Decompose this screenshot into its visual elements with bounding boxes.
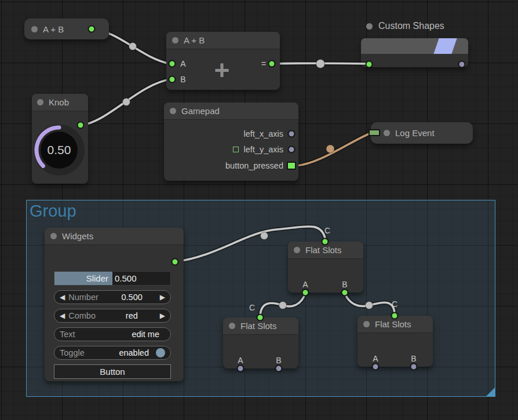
output-slot-b[interactable] [341, 289, 349, 297]
output-label-left-y-axis: left_y_axis [243, 145, 283, 154]
node-widgets[interactable]: Widgets Slider 0.500 ◀ Number 0.500 ▶ ◀ … [45, 228, 184, 381]
output-slot-b[interactable] [275, 365, 283, 372]
node-knob[interactable]: Knob 0.50 [32, 94, 88, 184]
output-label: = [261, 59, 266, 68]
output-slot-button-pressed[interactable] [287, 162, 296, 170]
input-slot[interactable] [366, 61, 373, 68]
node-title: Flat Slots [240, 321, 277, 331]
node-title: A + B [43, 24, 64, 34]
input-slot-b[interactable] [169, 76, 176, 83]
slider-value: 0.500 [115, 272, 137, 285]
number-widget[interactable]: ◀ Number 0.500 ▶ [54, 290, 171, 304]
node-title: Custom Shapes [378, 21, 444, 31]
wire-knob-to-add-b[interactable] [81, 79, 170, 125]
node-gamepad[interactable]: Gamepad left_x_axis left_y_axis button_p… [164, 103, 298, 181]
collapse-dot-icon[interactable] [50, 233, 57, 239]
arrow-right-icon[interactable]: ▶ [160, 293, 165, 301]
toggle-value: enabled [119, 348, 149, 357]
collapse-dot-icon[interactable] [172, 37, 178, 43]
output-slot-a[interactable] [302, 289, 309, 297]
collapse-dot-icon[interactable] [170, 108, 176, 114]
arrow-left-icon[interactable]: ◀ [60, 293, 65, 301]
input-label-c: C [249, 303, 255, 312]
collapse-dot-icon[interactable] [366, 23, 373, 30]
collapse-dot-icon[interactable] [37, 99, 43, 105]
knob-widget[interactable]: 0.50 [33, 124, 85, 176]
slider-label: Slider [86, 273, 108, 283]
input-label-b: B [180, 75, 185, 84]
toggle-widget[interactable]: Toggle enabled [54, 346, 171, 360]
node-title: Widgets [62, 231, 93, 241]
text-label: Text [60, 330, 75, 339]
button-widget[interactable]: Button [54, 364, 171, 379]
output-label-b: B [276, 356, 281, 365]
node-editor-canvas[interactable]: Group [0, 0, 518, 420]
node-title: A + B [184, 35, 205, 45]
output-slot[interactable] [77, 122, 85, 129]
output-label-left-x-axis: left_x_axis [243, 129, 283, 138]
output-label-button-pressed: button_pressed [225, 161, 283, 170]
button-label: Button [100, 367, 125, 377]
node-title: Knob [49, 97, 69, 107]
combo-label: Combo [68, 311, 96, 320]
input-slot-c[interactable] [257, 314, 264, 322]
output-slot[interactable] [458, 61, 466, 68]
combo-value: red [126, 311, 138, 320]
output-slot-a[interactable] [372, 363, 380, 371]
node-log-event[interactable]: Log Event [371, 122, 473, 144]
text-value: edit me [132, 330, 159, 339]
node-flat-slots-mid[interactable]: C Flat Slots A B [288, 242, 363, 293]
slider-widget[interactable]: Slider 0.500 [54, 271, 171, 286]
text-widget[interactable]: Text edit me [54, 327, 171, 341]
output-label-a: A [302, 280, 308, 289]
collapse-dot-icon[interactable] [31, 26, 38, 32]
custom-shapes-body[interactable] [361, 38, 468, 67]
group-resize-handle[interactable] [486, 388, 495, 396]
output-label-a: A [373, 354, 378, 363]
node-add-collapsed[interactable]: A + B [24, 19, 109, 39]
node-flat-slots-right[interactable]: C Flat Slots A B [358, 316, 433, 367]
input-label-c: C [392, 300, 397, 309]
output-slot[interactable] [88, 25, 96, 33]
node-flat-slots-left[interactable]: C Flat Slots A B [223, 317, 298, 368]
combo-widget[interactable]: ◀ Combo red ▶ [54, 309, 171, 323]
toggle-label: Toggle [60, 348, 85, 357]
input-slot-c[interactable] [322, 238, 329, 246]
wire-gamepad-to-log-event[interactable] [297, 133, 370, 166]
input-label-a: A [180, 59, 185, 68]
wire-add-to-custom-shapes[interactable] [272, 60, 367, 68]
output-slot-a[interactable] [237, 365, 245, 372]
slider-fill: Slider [54, 272, 112, 285]
output-slot[interactable] [268, 60, 276, 68]
node-add[interactable]: A + B A B + = [166, 32, 280, 90]
collapse-dot-icon[interactable] [384, 130, 390, 136]
input-slot-c[interactable] [391, 312, 399, 320]
node-title: Gamepad [181, 106, 220, 116]
node-title: Flat Slots [375, 319, 411, 329]
output-label-a: A [238, 356, 243, 365]
number-value: 0.500 [121, 293, 142, 302]
collapse-dot-icon[interactable] [229, 323, 235, 329]
knob-value: 0.50 [33, 124, 85, 176]
output-slot-b[interactable] [410, 363, 418, 371]
output-label-b: B [411, 354, 416, 363]
toggle-knob-icon[interactable] [156, 348, 165, 357]
input-slot-event[interactable] [369, 129, 380, 136]
group-title: Group [30, 202, 76, 221]
collapse-dot-icon[interactable] [294, 247, 300, 253]
plus-operator-icon: + [214, 54, 230, 86]
input-label-c: C [324, 226, 330, 235]
input-slot-a[interactable] [169, 60, 176, 68]
node-title: Log Event [395, 128, 435, 138]
arrow-left-icon[interactable]: ◀ [60, 312, 65, 320]
output-slot[interactable] [172, 258, 179, 266]
arrow-right-icon[interactable]: ▶ [160, 312, 165, 320]
node-title-row: Custom Shapes [366, 21, 444, 31]
output-label-b: B [342, 280, 347, 289]
square-outline-icon [233, 147, 239, 152]
collapse-dot-icon[interactable] [363, 321, 370, 327]
number-label: Number [68, 293, 99, 302]
output-slot-left-x-axis[interactable] [288, 130, 296, 138]
node-title: Flat Slots [305, 245, 342, 255]
output-slot-left-y-axis[interactable] [288, 146, 296, 154]
